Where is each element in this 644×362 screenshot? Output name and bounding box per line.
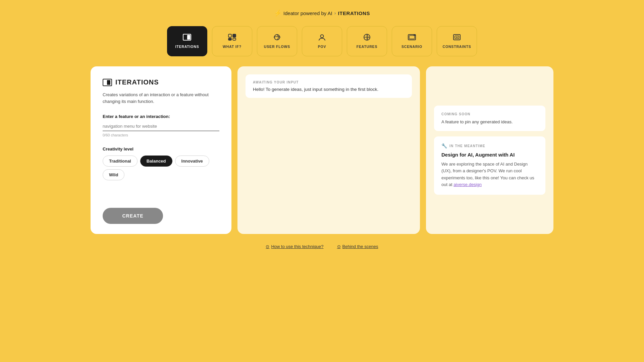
creativity-buttons: Traditional Balanced Innovative Wild	[103, 156, 219, 180]
tab-user-flows[interactable]: USER FLOWS	[257, 26, 297, 56]
creativity-balanced[interactable]: Balanced	[140, 156, 172, 167]
breadcrumb-separator: ›	[334, 10, 336, 16]
nav-tabs: ITERATIONS WHAT IF? USER FLOWS	[167, 26, 477, 56]
svg-rect-2	[228, 34, 231, 37]
feature-input[interactable]	[103, 122, 219, 131]
svg-point-6	[274, 35, 280, 40]
aiverse-link[interactable]: aiverse.design	[453, 182, 482, 187]
tab-iterations-label: ITERATIONS	[175, 45, 199, 49]
svg-rect-3	[233, 34, 236, 37]
creativity-wild[interactable]: Wild	[103, 169, 124, 180]
panel-title: ITERATIONS	[115, 78, 159, 86]
how-to-icon: ⊙	[266, 244, 269, 249]
awaiting-text: Hello! To generate ideas, just input som…	[253, 87, 405, 92]
wrench-icon: 🔧	[441, 143, 447, 148]
behind-scenes-label: Behind the scenes	[342, 244, 378, 249]
create-button[interactable]: CREATE	[103, 208, 163, 224]
tab-what-if-label: WHAT IF?	[223, 45, 241, 49]
creativity-innovative[interactable]: Innovative	[175, 156, 209, 167]
coming-soon-text: A feature to pin any generated ideas.	[441, 119, 538, 124]
meantime-card: 🔧 IN THE MEANTIME Design for AI, Augment…	[434, 136, 545, 195]
meantime-label-row: 🔧 IN THE MEANTIME	[441, 143, 538, 148]
svg-rect-10	[409, 36, 415, 39]
creativity-traditional[interactable]: Traditional	[103, 156, 138, 167]
meantime-title: Design for AI, Augment with AI	[441, 152, 538, 158]
footer: ⊙ How to use this technique? ⊙ Behind th…	[266, 244, 378, 249]
tab-constraints[interactable]: CONSTRAINTS	[437, 26, 477, 56]
right-panel: COMING SOON A feature to pin any generat…	[426, 66, 553, 234]
tab-features[interactable]: FEATURES	[347, 26, 387, 56]
scenario-icon	[408, 34, 416, 42]
header: ⚡ Ideator powered by AI › ITERATIONS	[274, 9, 370, 17]
panel-description: Creates variations of an interaction or …	[103, 92, 219, 105]
middle-panel: AWAITING YOUR INPUT Hello! To generate i…	[237, 66, 420, 234]
main-content: ITERATIONS Creates variations of an inte…	[91, 66, 553, 234]
user-flows-icon	[273, 34, 281, 42]
svg-rect-1	[187, 35, 190, 40]
meantime-label: IN THE MEANTIME	[449, 144, 485, 148]
svg-rect-5	[233, 38, 236, 40]
svg-point-11	[414, 34, 415, 36]
pov-icon	[318, 34, 326, 42]
panel-icon	[103, 79, 112, 86]
tab-what-if[interactable]: WHAT IF?	[212, 26, 252, 56]
awaiting-label: AWAITING YOUR INPUT	[253, 80, 405, 84]
behind-scenes-link[interactable]: ⊙ Behind the scenes	[337, 244, 378, 249]
creativity-label: Creativity level	[103, 146, 219, 152]
meantime-body: We are exploring the space of AI and Des…	[441, 161, 538, 188]
char-count: 0/60 characters	[103, 133, 219, 137]
tab-scenario-label: SCENARIO	[401, 45, 422, 49]
field-label: Enter a feature or an interaction:	[103, 114, 219, 119]
current-section: ITERATIONS	[338, 10, 370, 16]
tab-constraints-label: CONSTRAINTS	[442, 45, 471, 49]
panel-title-row: ITERATIONS	[103, 78, 219, 86]
bolt-icon: ⚡	[274, 9, 281, 17]
svg-rect-4	[228, 38, 231, 40]
features-icon	[363, 34, 371, 42]
how-to-link[interactable]: ⊙ How to use this technique?	[266, 244, 323, 249]
tab-pov[interactable]: POV	[302, 26, 342, 56]
svg-rect-14	[456, 37, 458, 38]
app-name: Ideator powered by AI	[283, 10, 332, 16]
behind-scenes-icon: ⊙	[337, 244, 341, 249]
left-panel: ITERATIONS Creates variations of an inte…	[91, 66, 231, 234]
tab-user-flows-label: USER FLOWS	[264, 45, 290, 49]
svg-point-7	[321, 35, 324, 38]
tab-features-label: FEATURES	[357, 45, 378, 49]
what-if-icon	[228, 34, 236, 42]
constraints-icon	[453, 34, 461, 42]
tab-pov-label: POV	[318, 45, 326, 49]
how-to-label: How to use this technique?	[271, 244, 323, 249]
iterations-icon	[183, 34, 192, 42]
coming-soon-label: COMING SOON	[441, 112, 538, 116]
tab-scenario[interactable]: SCENARIO	[392, 26, 432, 56]
coming-soon-card: COMING SOON A feature to pin any generat…	[434, 106, 545, 131]
awaiting-box: AWAITING YOUR INPUT Hello! To generate i…	[246, 74, 412, 98]
tab-iterations[interactable]: ITERATIONS	[167, 26, 207, 56]
